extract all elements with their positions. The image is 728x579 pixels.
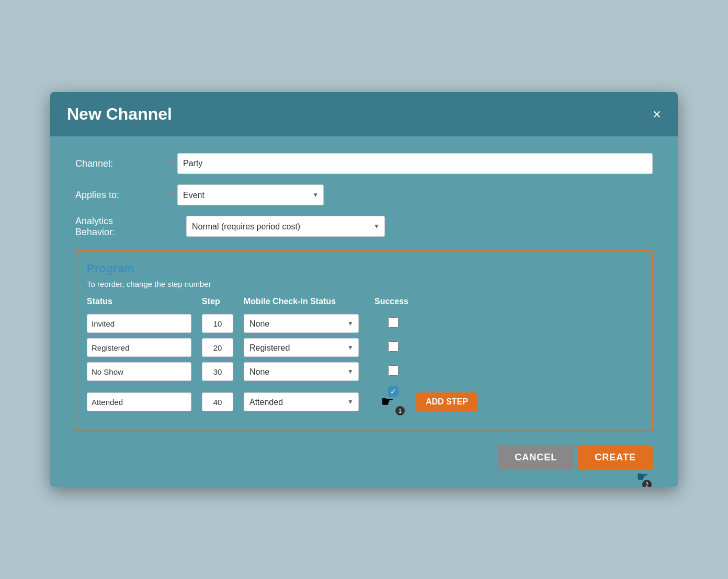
cancel-button[interactable]: CANCEL xyxy=(498,445,574,470)
mobile-cell-registered: None Invited Registered Attended xyxy=(244,335,374,360)
cursor-hand-icon-2: ☛ xyxy=(636,469,649,485)
status-input-invited[interactable] xyxy=(87,314,191,333)
status-input-attended[interactable] xyxy=(87,392,191,411)
dialog-body: Channel: * Applies to: * Event Group Per… xyxy=(50,136,678,432)
success-cell-attended: ✓ ☛ 1 xyxy=(374,384,416,420)
step-cell-attended xyxy=(202,384,244,420)
success-cell-invited xyxy=(374,311,416,335)
mobile-select-invited[interactable]: None Invited Registered Attended xyxy=(244,314,359,333)
step-cell-invited xyxy=(202,311,244,335)
table-row: None Invited Registered Attended xyxy=(87,335,641,360)
add-step-button[interactable]: ADD STEP xyxy=(416,392,477,411)
dialog-title: New Channel xyxy=(67,105,172,124)
program-title: Program xyxy=(87,262,641,275)
dialog: New Channel × Channel: * Applies to: * E… xyxy=(50,92,678,487)
analytics-select-wrapper: Normal (requires period cost) None Perio… xyxy=(186,216,385,237)
step-input-registered[interactable] xyxy=(202,338,233,357)
step-cell-registered xyxy=(202,335,244,360)
status-input-noshow[interactable] xyxy=(87,362,191,381)
table-row: None Invited Registered Attended xyxy=(87,360,641,384)
step-input-invited[interactable] xyxy=(202,314,233,333)
channel-label: Channel: xyxy=(75,158,169,169)
mobile-select-attended[interactable]: None Invited Registered Attended xyxy=(244,392,359,411)
cursor-badge-1: 1 xyxy=(395,406,405,415)
applies-to-row: Applies to: * Event Group Person xyxy=(75,184,653,205)
col-header-success: Success xyxy=(374,297,416,311)
status-cell-registered xyxy=(87,335,202,360)
status-cell-attended xyxy=(87,384,202,420)
success-cell-noshow xyxy=(374,360,416,384)
mobile-cell-invited: None Invited Registered Attended xyxy=(244,311,374,335)
applies-to-required-star: * xyxy=(169,190,173,201)
step-input-noshow[interactable] xyxy=(202,362,233,381)
channel-input[interactable] xyxy=(177,153,653,174)
success-checkbox-noshow[interactable] xyxy=(388,365,399,376)
mobile-select-wrapper-registered: None Invited Registered Attended xyxy=(244,338,359,357)
program-hint: To reorder, change the step number xyxy=(87,280,641,288)
table-row: None Invited Registered Attended ✓ xyxy=(87,384,641,420)
analytics-label: AnalyticsBehavior: xyxy=(75,216,169,238)
analytics-select[interactable]: Normal (requires period cost) None Perio… xyxy=(186,216,385,237)
channel-required-star: * xyxy=(169,158,173,169)
status-input-registered[interactable] xyxy=(87,338,191,357)
mobile-cell-noshow: None Invited Registered Attended xyxy=(244,360,374,384)
cursor-badge-2: 2 xyxy=(642,480,652,487)
step-cell-noshow xyxy=(202,360,244,384)
success-checkbox-attended[interactable]: ✓ xyxy=(388,386,399,397)
mobile-select-wrapper-invited: None Invited Registered Attended xyxy=(244,314,359,333)
applies-to-label: Applies to: xyxy=(75,190,169,201)
dialog-footer: CANCEL CREATE ☛ 2 xyxy=(50,432,678,487)
applies-to-select[interactable]: Event Group Person xyxy=(177,184,324,205)
mobile-select-registered[interactable]: None Invited Registered Attended xyxy=(244,338,359,357)
mobile-select-wrapper-noshow: None Invited Registered Attended xyxy=(244,362,359,381)
col-header-mobile: Mobile Check-in Status xyxy=(244,297,374,311)
analytics-row: AnalyticsBehavior: Normal (requires peri… xyxy=(75,216,653,238)
col-header-step: Step xyxy=(202,297,244,311)
program-section: Program To reorder, change the step numb… xyxy=(75,250,653,432)
channel-row: Channel: * xyxy=(75,153,653,174)
status-cell-noshow xyxy=(87,360,202,384)
table-row: None Invited Registered Attended xyxy=(87,311,641,335)
col-header-status: Status xyxy=(87,297,202,311)
create-button[interactable]: CREATE xyxy=(578,445,653,470)
program-table: Status Step Mobile Check-in Status Succe… xyxy=(87,297,641,420)
mobile-select-wrapper-attended: None Invited Registered Attended xyxy=(244,392,359,411)
close-button[interactable]: × xyxy=(653,107,661,122)
success-cell-registered xyxy=(374,335,416,360)
status-cell-invited xyxy=(87,311,202,335)
success-checkbox-invited[interactable] xyxy=(388,317,399,328)
step-input-attended[interactable] xyxy=(202,392,233,411)
create-button-wrapper: CREATE ☛ 2 xyxy=(578,445,653,470)
cursor-hand-icon: ☛ xyxy=(381,395,394,409)
mobile-select-noshow[interactable]: None Invited Registered Attended xyxy=(244,362,359,381)
add-step-cell: ADD STEP xyxy=(416,384,641,420)
dialog-header: New Channel × xyxy=(50,92,678,136)
mobile-cell-attended: None Invited Registered Attended xyxy=(244,384,374,420)
success-checkbox-registered[interactable] xyxy=(388,341,399,352)
applies-to-select-wrapper: Event Group Person xyxy=(177,184,324,205)
